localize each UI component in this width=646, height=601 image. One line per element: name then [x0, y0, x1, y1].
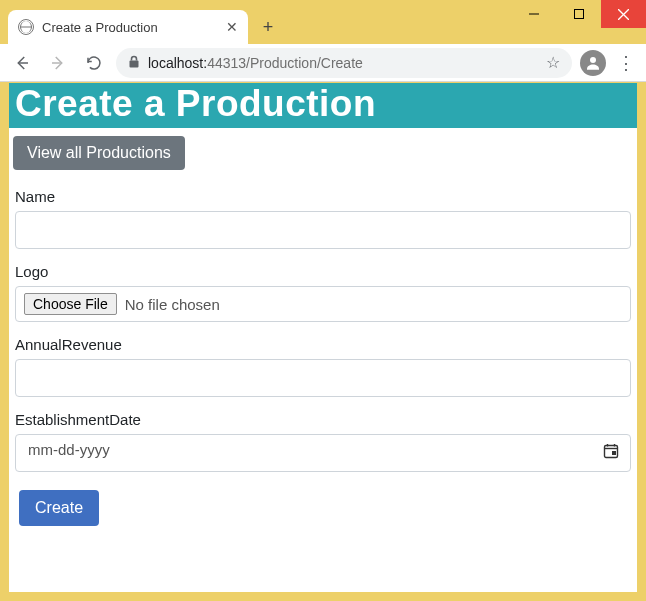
- new-tab-button[interactable]: +: [254, 13, 282, 41]
- address-path: /Production/Create: [246, 55, 363, 71]
- field-logo: Logo Choose File No file chosen: [15, 263, 631, 322]
- browser-toolbar: localhost:44313/Production/Create ☆ ⋮: [0, 44, 646, 82]
- page-title: Create a Production: [9, 83, 637, 128]
- bookmark-button[interactable]: ☆: [546, 53, 560, 72]
- address-port: 44313: [207, 55, 246, 71]
- window-titlebar: [0, 0, 646, 8]
- svg-rect-6: [130, 60, 139, 67]
- address-bar[interactable]: localhost:44313/Production/Create ☆: [116, 48, 572, 78]
- annual-revenue-input[interactable]: [15, 359, 631, 397]
- field-establishment-date: EstablishmentDate mm-dd-yyyy: [15, 411, 631, 472]
- file-status-text: No file chosen: [125, 296, 220, 313]
- logo-file-input[interactable]: Choose File No file chosen: [15, 286, 631, 322]
- create-button[interactable]: Create: [19, 490, 99, 526]
- browser-menu-button[interactable]: ⋮: [614, 49, 638, 77]
- tab-close-button[interactable]: ✕: [226, 19, 238, 35]
- forward-button[interactable]: [44, 49, 72, 77]
- browser-tabstrip: Create a Production ✕ +: [0, 8, 646, 44]
- view-all-productions-button[interactable]: View all Productions: [13, 136, 185, 170]
- field-name: Name: [15, 188, 631, 249]
- browser-tab-active[interactable]: Create a Production ✕: [8, 10, 248, 44]
- person-icon: [584, 54, 602, 72]
- address-text: localhost:44313/Production/Create: [148, 55, 363, 71]
- svg-point-7: [590, 57, 596, 63]
- create-production-form: Name Logo Choose File No file chosen Ann…: [9, 170, 637, 530]
- arrow-left-icon: [13, 54, 31, 72]
- reload-button[interactable]: [80, 49, 108, 77]
- choose-file-button[interactable]: Choose File: [24, 293, 117, 315]
- field-annual-revenue: AnnualRevenue: [15, 336, 631, 397]
- globe-icon: [18, 19, 34, 35]
- establishment-date-label: EstablishmentDate: [15, 411, 631, 428]
- logo-label: Logo: [15, 263, 631, 280]
- address-host: localhost:: [148, 55, 207, 71]
- annual-revenue-label: AnnualRevenue: [15, 336, 631, 353]
- profile-avatar-button[interactable]: [580, 50, 606, 76]
- name-input[interactable]: [15, 211, 631, 249]
- page-viewport: Create a Production View all Productions…: [9, 83, 637, 592]
- reload-icon: [85, 54, 103, 72]
- tab-title: Create a Production: [42, 20, 218, 35]
- establishment-date-input[interactable]: mm-dd-yyyy: [15, 434, 631, 472]
- name-label: Name: [15, 188, 631, 205]
- arrow-right-icon: [49, 54, 67, 72]
- back-button[interactable]: [8, 49, 36, 77]
- lock-icon: [128, 55, 140, 71]
